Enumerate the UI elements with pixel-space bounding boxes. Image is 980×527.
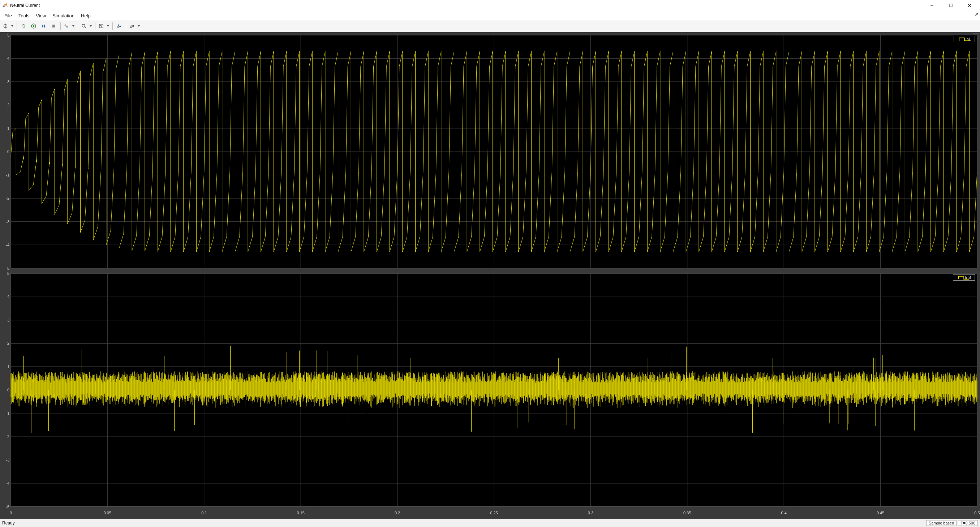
x-tick-label: 0.35 [683,511,691,515]
status-mode: Sample based [926,520,956,526]
x-tick-label: 0.5 [974,511,980,515]
svg-rect-1 [949,4,952,7]
x-tick-label: 0 [10,511,12,515]
run-button[interactable] [29,21,38,31]
legend-swatch-icon [955,276,963,279]
legend-inl: InL [954,36,975,42]
svg-text:0: 0 [7,149,10,154]
step-forward-button[interactable] [39,21,48,31]
menubar: File Tools View Simulation Help [0,11,980,20]
svg-text:-5: -5 [6,266,10,270]
svg-text:2: 2 [7,341,10,345]
x-tick-label: 0.15 [297,511,304,515]
x-tick-label: 0.45 [877,511,884,515]
svg-point-13 [65,25,66,26]
svg-text:3: 3 [7,318,10,322]
menu-tools[interactable]: Tools [16,12,32,19]
autoscale-button[interactable] [97,21,111,31]
close-button[interactable] [963,1,976,10]
plot-ins[interactable]: -5-4-3-2-1012345 InS [2,272,978,508]
configure-button[interactable] [2,21,15,31]
status-time: T=0.500 [958,520,978,526]
svg-text:5: 5 [7,34,10,37]
scope-area: -5-4-3-2-1012345 InL -5-4-3-2-1012345 In… [0,32,980,519]
plot-inl[interactable]: -5-4-3-2-1012345 InL [2,34,978,270]
svg-text:-3: -3 [6,220,10,224]
svg-rect-11 [44,25,45,27]
window-buttons [926,1,978,10]
legend-ins: InS [953,274,975,281]
svg-text:-2: -2 [6,434,10,439]
svg-text:-4: -4 [6,243,10,247]
x-tick-label: 0.1 [201,511,207,515]
menu-file[interactable]: File [2,12,15,19]
cursors-button[interactable] [115,21,124,31]
svg-text:3: 3 [7,80,10,84]
x-tick-label: 0.2 [395,511,400,515]
svg-text:-1: -1 [6,173,10,177]
toolbar-separator [17,22,17,30]
svg-text:-5: -5 [6,504,10,508]
statusbar: Ready Sample based T=0.500 [0,519,980,527]
maximize-button[interactable] [945,1,957,10]
svg-line-16 [84,27,86,28]
titlebar: Neutral Current [0,0,980,11]
stop-button[interactable] [49,21,59,31]
svg-text:-2: -2 [6,196,10,200]
toolbar-separator [60,22,61,30]
svg-text:1: 1 [7,126,10,131]
svg-text:0: 0 [7,388,10,392]
undock-icon[interactable] [974,13,978,18]
status-ready: Ready [2,521,15,525]
menu-simulation[interactable]: Simulation [49,12,77,19]
triggers-button[interactable] [62,21,76,31]
restart-button[interactable] [19,21,28,31]
toolbar-separator [78,22,78,30]
minimize-button[interactable] [926,1,938,10]
legend-swatch-icon [956,37,963,41]
svg-text:4: 4 [7,294,10,299]
svg-text:4: 4 [7,56,10,61]
x-tick-label: 0.4 [781,511,787,515]
app-window: Neutral Current File Tools View Simulati… [0,0,980,527]
zoom-button[interactable] [80,21,93,31]
measurements-button[interactable] [128,21,141,31]
svg-text:5: 5 [7,272,10,276]
toolbar-separator [95,22,95,30]
svg-text:-4: -4 [6,481,10,485]
toolbar [0,20,980,32]
menu-help[interactable]: Help [78,12,94,19]
x-tick-label: 0.25 [490,511,498,515]
svg-point-15 [82,24,85,27]
x-axis: 00.050.10.150.20.250.30.350.40.450.5 [2,510,978,517]
x-tick-label: 0.3 [588,511,593,515]
svg-rect-19 [130,25,134,28]
svg-rect-12 [52,25,55,27]
svg-text:1: 1 [7,364,10,369]
toolbar-separator [112,22,113,30]
svg-point-5 [5,26,6,27]
svg-text:2: 2 [7,103,10,107]
menu-view[interactable]: View [33,12,49,19]
svg-text:-3: -3 [6,458,10,462]
matlab-icon [2,3,8,8]
window-title: Neutral Current [10,3,926,8]
x-tick-label: 0.05 [104,511,111,515]
svg-text:-1: -1 [6,411,10,415]
